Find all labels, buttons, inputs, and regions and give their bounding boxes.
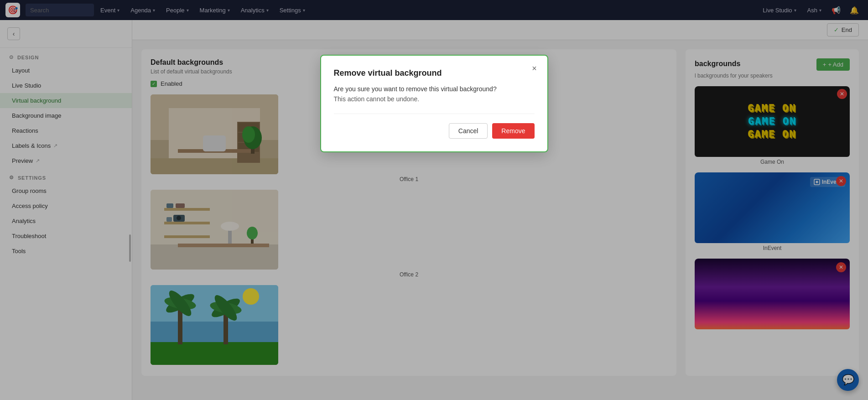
remove-background-modal: × Remove virtual background Are you sure… [320, 55, 548, 152]
modal-actions: Cancel Remove [334, 123, 535, 139]
modal-text2: This action cannot be undone. [334, 95, 535, 103]
modal-text1: Are you sure you want to remove this vir… [334, 85, 535, 93]
cancel-button[interactable]: Cancel [449, 123, 488, 139]
modal-title: Remove virtual background [334, 68, 535, 78]
modal-divider [334, 114, 535, 114]
modal-overlay: × Remove virtual background Are you sure… [0, 0, 868, 400]
remove-button[interactable]: Remove [492, 123, 534, 139]
modal-close-button[interactable]: × [529, 63, 540, 74]
close-icon: × [532, 64, 537, 73]
